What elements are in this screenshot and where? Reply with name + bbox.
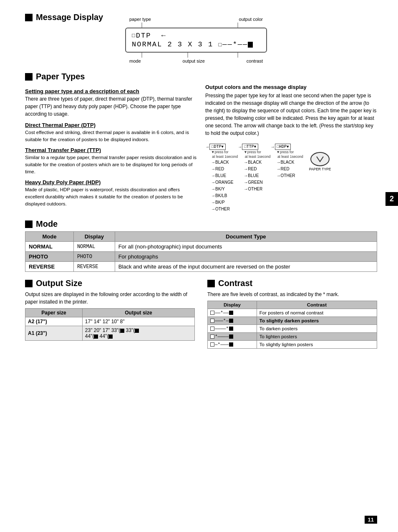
dtp-body: Cost effective and striking, direct ther… — [25, 129, 197, 143]
display-top-labels: paper type output color — [125, 17, 267, 22]
lcd-display: □DTP ← NORMAL 2 3 X 3 1 □——*—— — [125, 28, 267, 53]
output-size-label: output size — [183, 58, 205, 63]
dtp-title: Direct Thermal Paper (DTP) — [25, 122, 197, 128]
paper-type-key-area: PAPER TYPE — [309, 152, 331, 171]
output-colors-body: Pressing the paper type key for at least… — [205, 92, 377, 137]
contrast-table: Display Contrast ——*—— For posters of no… — [207, 301, 377, 349]
mode-label: mode — [129, 58, 141, 63]
page: 2 Message Display paper type output colo… — [0, 0, 398, 532]
contrast-display-1: ——*—— — [208, 309, 257, 317]
contrast-table-head: Display Contrast — [208, 301, 377, 309]
paper-setting-subtitle: Setting paper type and a description of … — [25, 88, 197, 94]
chapter-tab: 2 — [385, 192, 398, 206]
paper-types-header: Paper Types — [25, 72, 377, 81]
ttp-flow-label: □TTP▼ — [242, 144, 258, 150]
mode-header: Mode — [25, 219, 377, 229]
dtp-colors: →BLACK →RED →BLUE →ORANGE →BK/Y →BK/LB →… — [211, 159, 233, 213]
paper-a2: A2 (17") — [25, 317, 83, 326]
paper-type-key-label: PAPER TYPE — [309, 167, 331, 171]
contrast-text-2: To slightly darken posters — [257, 317, 377, 325]
paper-types-content: Setting paper type and a description of … — [25, 84, 377, 213]
paper-type-label: paper type — [129, 17, 151, 22]
page-number: 11 — [365, 516, 377, 524]
mode-photo-label: PHOTO — [25, 252, 74, 262]
contrast-header-row: Display Contrast — [208, 301, 377, 309]
paper-types-left: Setting paper type and a description of … — [25, 84, 197, 213]
table-row: —*——— To slightly lighten posters — [208, 341, 377, 349]
paper-types-heading: Paper Types — [36, 72, 85, 81]
dtp-flow-label: □DTP▼ — [209, 144, 226, 150]
output-color-label: output color — [239, 17, 263, 22]
table-row: *———— To lighten posters — [208, 333, 377, 341]
mode-table-head: Mode Display Document Type — [25, 232, 377, 242]
display-diagram: paper type output color □DTP ← NORMAL 2 … — [125, 17, 267, 63]
size-header-row: Paper size Output size — [25, 309, 195, 317]
message-display-header: Message Display — [25, 13, 113, 22]
table-row: REVERSE REVERSE Black and white areas of… — [25, 262, 377, 272]
contrast-label: contrast — [247, 58, 263, 63]
mode-header-row: Mode Display Document Type — [25, 232, 377, 242]
table-row: ——*—— For posters of normal contrast — [208, 309, 377, 317]
mode-normal-label: NORMAL — [25, 242, 74, 252]
ttp-title: Thermal Transfer Paper (TTP) — [25, 147, 197, 153]
flow-arrow-2: → — [271, 144, 275, 149]
contrast-text-1: For posters of normal contrast — [257, 309, 377, 317]
paper-type-key-icon — [310, 152, 330, 166]
flow-start-arrow: → — [205, 144, 209, 149]
section-marker-5 — [207, 280, 215, 287]
table-row: ————* To darken posters — [208, 325, 377, 333]
doctype-col-header: Document Type — [115, 232, 377, 242]
flow-dtp-block: □DTP▼ ▼press for at least 1second →BLACK… — [209, 144, 238, 213]
output-size-col-header: Output size — [82, 309, 194, 317]
hdp-flow-label: □HDP▼ — [275, 144, 291, 150]
flow-arrow-1: → — [238, 144, 242, 149]
table-row: NORMAL NORMAL For all (non-photographic)… — [25, 242, 377, 252]
ttp-press-note: ▼press for at least 1second — [244, 150, 270, 159]
ttp-body: Similar to a regular type paper, thermal… — [25, 154, 197, 175]
flow-diagram-row: → □DTP▼ ▼press for at least 1second →B — [205, 144, 377, 213]
contrast-text-4: To lighten posters — [257, 333, 377, 341]
mode-reverse-display: REVERSE — [73, 262, 115, 272]
paper-types-section: Paper Types Setting paper type and a des… — [25, 72, 377, 213]
output-size-heading: Output Size — [36, 279, 82, 288]
display-col-header: Display — [73, 232, 115, 242]
size-table-body: A2 (17") 17" 14" 12" 10" 8" A1 (23") 23"… — [25, 317, 195, 341]
section-marker-4 — [25, 280, 33, 287]
hdp-body: Made of plastic, HDP paper is waterproof… — [25, 186, 197, 207]
mode-reverse-label: REVERSE — [25, 262, 74, 272]
mode-section: Mode Mode Display Document Type NORMAL N… — [25, 219, 377, 272]
paper-size-col-header: Paper size — [25, 309, 83, 317]
hdp-colors: →BLACK →RED →OTHER — [277, 159, 295, 179]
contrast-text-5: To slightly lighten posters — [257, 341, 377, 349]
contrast-table-body: ——*—— For posters of normal contrast ———… — [208, 309, 377, 349]
hdp-title: Heavy Duty Poly Paper (HDP) — [25, 179, 197, 185]
mode-photo-doctype: For photographs — [115, 252, 377, 262]
size-a1: 23" 20" 17" 33"( 33"(44"( 44"( — [82, 326, 194, 341]
hdp-press-note: ▼press for at least 1second — [277, 150, 303, 159]
lcd-line2: NORMAL 2 3 X 3 1 □——*—— — [132, 41, 260, 48]
paper-types-right: Output colors and the message display Pr… — [205, 84, 377, 213]
contrast-body: There are five levels of contrast, as in… — [207, 291, 377, 298]
size-a2: 17" 14" 12" 10" 8" — [82, 317, 194, 326]
table-row: ———*— To slightly darken posters — [208, 317, 377, 325]
contrast-display-4: *———— — [208, 333, 257, 341]
size-table-head: Paper size Output size — [25, 309, 195, 317]
display-col: Display — [208, 301, 257, 309]
mode-photo-display: PHOTO — [73, 252, 115, 262]
output-size-header: Output Size — [25, 279, 195, 288]
section-marker-3 — [25, 220, 33, 228]
output-colors-heading: Output colors and the message display — [205, 84, 377, 90]
paper-intro-text: There are three types of paper, direct t… — [25, 95, 197, 118]
mode-table: Mode Display Document Type NORMAL NORMAL… — [25, 231, 377, 272]
contrast-header: Contrast — [207, 279, 377, 288]
mode-table-body: NORMAL NORMAL For all (non-photographic)… — [25, 242, 377, 272]
flow-hdp-block: □HDP▼ ▼press for at least 1second →BLACK… — [275, 144, 303, 179]
message-display-heading: Message Display — [36, 13, 103, 22]
mode-col-header: Mode — [25, 232, 74, 242]
display-bottom-labels: mode output size contrast — [125, 58, 267, 63]
dtp-press-note: ▼press for at least 1second — [211, 150, 238, 159]
contrast-text-3: To darken posters — [257, 325, 377, 333]
message-display-title-area: Message Display — [25, 13, 113, 25]
output-size-body: Output sizes are displayed in the follow… — [25, 291, 195, 306]
section-marker — [25, 14, 33, 21]
